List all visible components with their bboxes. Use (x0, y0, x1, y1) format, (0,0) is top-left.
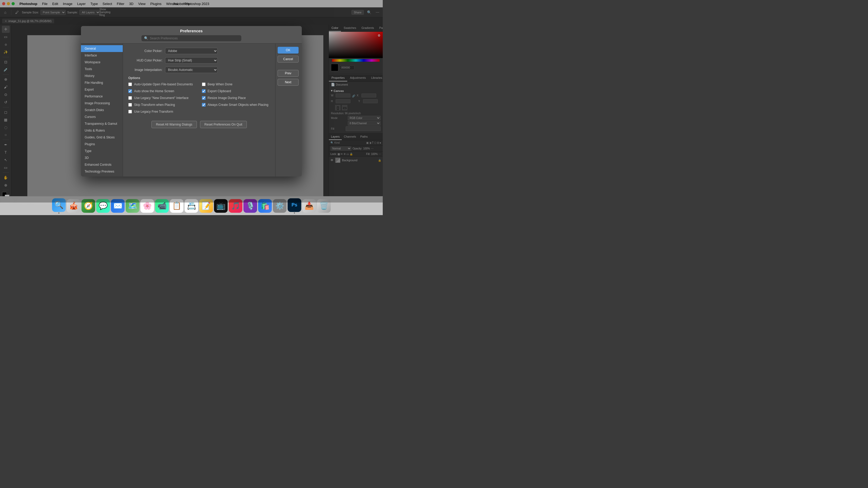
checkbox-legacy-free[interactable] (128, 110, 132, 113)
nav-history[interactable]: History (81, 72, 123, 79)
check-legacy-free: Use Legacy Free Transform (128, 110, 197, 113)
check-beep-done: Beep When Done (202, 83, 270, 86)
nav-tools[interactable]: Tools (81, 66, 123, 72)
checkbox-auto-update[interactable] (128, 83, 132, 86)
label-legacy-interface: Use Legacy "New Document" Interface (134, 96, 188, 100)
image-interpolation-label: Image Interpolation: (128, 68, 162, 72)
preferences-dialog: Preferences 🔍 General Interface Workspac… (81, 26, 302, 176)
nav-file-handling[interactable]: File Handling (81, 79, 123, 86)
nav-type[interactable]: Type (81, 148, 123, 155)
check-always-smart: Always Create Smart Objects when Placing (202, 103, 270, 107)
check-skip-transform: Skip Transform when Placing (128, 103, 197, 107)
label-resize-place: Resize Image During Place (208, 96, 246, 100)
check-legacy-interface: Use Legacy "New Document" Interface (128, 96, 197, 100)
nav-general[interactable]: General (81, 45, 123, 52)
nav-image-processing[interactable]: Image Processing (81, 100, 123, 107)
color-picker-row: Color Picker: Adobe (128, 48, 270, 54)
nav-workspace[interactable]: Workspace (81, 59, 123, 66)
image-interpolation-row: Image Interpolation: Bicubic Automatic (128, 67, 270, 73)
hud-color-picker-row: HUD Color Picker: Hue Strip (Small) (128, 57, 270, 64)
label-always-smart: Always Create Smart Objects when Placing (208, 103, 269, 107)
finder-dot (58, 213, 59, 214)
preferences-header: Preferences 🔍 (81, 26, 302, 43)
next-button[interactable]: Next (278, 79, 299, 86)
color-picker-select[interactable]: Adobe (165, 48, 218, 54)
label-export-clipboard: Export Clipboard (208, 89, 231, 93)
nav-plugins[interactable]: Plugins (81, 141, 123, 148)
nav-guides[interactable]: Guides, Grid & Slices (81, 134, 123, 141)
preferences-body: General Interface Workspace Tools Histor… (81, 43, 302, 176)
label-legacy-free: Use Legacy Free Transform (134, 110, 173, 113)
image-interpolation-select[interactable]: Bicubic Automatic (165, 67, 218, 73)
preferences-sidebar: General Interface Workspace Tools Histor… (81, 43, 123, 176)
preferences-right-col: OK Cancel Prev Next (275, 43, 302, 176)
action-buttons-row: Reset All Warning Dialogs Reset Preferen… (128, 121, 270, 128)
checkbox-legacy-interface[interactable] (128, 96, 132, 100)
prev-button[interactable]: Prev (278, 70, 299, 77)
nav-units-rulers[interactable]: Units & Rulers (81, 127, 123, 134)
color-picker-label: Color Picker: (128, 49, 162, 53)
check-export-clipboard: Export Clipboard (202, 89, 270, 93)
check-auto-home: Auto show the Home Screen (128, 89, 197, 93)
modal-overlay: Preferences 🔍 General Interface Workspac… (0, 0, 383, 202)
nav-export[interactable]: Export (81, 86, 123, 93)
nav-interface[interactable]: Interface (81, 52, 123, 59)
preferences-title: Preferences (85, 29, 298, 33)
label-beep-done: Beep When Done (208, 83, 232, 86)
checkbox-beep-done[interactable] (202, 83, 206, 86)
checkbox-always-smart[interactable] (202, 103, 206, 107)
label-auto-home: Auto show the Home Screen (134, 89, 174, 93)
reset-prefs-button[interactable]: Reset Preferences On Quit (200, 121, 247, 128)
reset-warnings-button[interactable]: Reset All Warning Dialogs (151, 121, 197, 128)
search-icon: 🔍 (144, 36, 148, 40)
check-auto-update: Auto-Update Open File-based Documents (128, 83, 197, 86)
options-grid: Auto-Update Open File-based Documents Be… (128, 83, 270, 116)
checkbox-resize-place[interactable] (202, 96, 206, 100)
checkbox-skip-transform[interactable] (128, 103, 132, 107)
nav-technology-previews[interactable]: Technology Previews (81, 168, 123, 175)
label-auto-update: Auto-Update Open File-based Documents (134, 83, 193, 86)
nav-cursors[interactable]: Cursors (81, 113, 123, 120)
checkbox-auto-home[interactable] (128, 89, 132, 93)
nav-performance[interactable]: Performance (81, 93, 123, 100)
preferences-content: Color Picker: Adobe HUD Color Picker: Hu… (123, 43, 275, 176)
ok-button[interactable]: OK (278, 47, 299, 54)
nav-3d[interactable]: 3D (81, 155, 123, 161)
photoshop-dot (294, 213, 295, 214)
search-preferences-input[interactable] (150, 36, 239, 40)
hud-color-picker-label: HUD Color Picker: (128, 59, 162, 62)
hud-color-picker-select[interactable]: Hue Strip (Small) (165, 57, 218, 64)
nav-scratch-disks[interactable]: Scratch Disks (81, 107, 123, 113)
checkbox-export-clipboard[interactable] (202, 89, 206, 93)
options-section-title: Options (128, 76, 270, 80)
cancel-button[interactable]: Cancel (278, 56, 299, 63)
nav-enhanced-controls[interactable]: Enhanced Controls (81, 161, 123, 168)
nav-transparency[interactable]: Transparency & Gamut (81, 120, 123, 127)
label-skip-transform: Skip Transform when Placing (134, 103, 175, 107)
photoshop-ps-text: Ps (291, 202, 297, 208)
check-resize-place: Resize Image During Place (202, 96, 270, 100)
preferences-search: 🔍 (142, 35, 241, 41)
